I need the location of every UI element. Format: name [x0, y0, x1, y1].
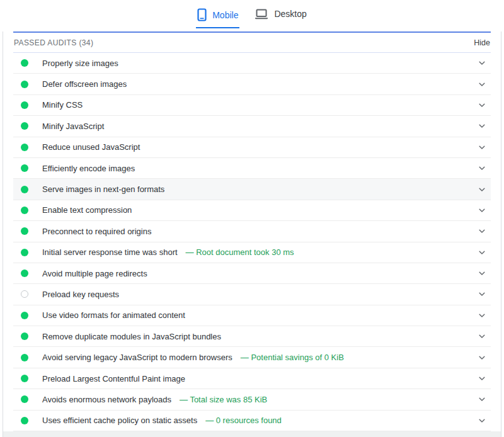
chevron-down-icon[interactable] — [478, 227, 487, 235]
pass-icon — [21, 164, 28, 172]
audit-title: Efficiently encode images — [42, 164, 135, 173]
audit-display-value: — Potential savings of 0 KiB — [241, 353, 344, 362]
device-tabs: Mobile Desktop — [0, 4, 504, 31]
chevron-down-icon[interactable] — [478, 290, 487, 298]
smartphone-icon — [197, 8, 207, 21]
audit-display-value: — Total size was 85 KiB — [180, 395, 267, 404]
audit-title: Serve images in next-gen formats — [42, 184, 164, 194]
chevron-down-icon[interactable] — [478, 249, 487, 256]
audit-row[interactable]: Preconnect to required origins — [13, 221, 491, 242]
audit-list: Properly size imagesDefer offscreen imag… — [13, 53, 491, 431]
pass-icon — [21, 395, 28, 403]
clipped-field-note: Field measurements taken via the Chrome … — [0, 0, 504, 4]
chevron-down-icon[interactable] — [478, 417, 487, 424]
report-panel: PASSED AUDITS (34) Hide Properly size im… — [3, 31, 501, 437]
pass-icon — [21, 59, 28, 67]
audit-row[interactable]: Preload Largest Contentful Paint image — [13, 368, 491, 389]
audit-title: Minify CSS — [42, 100, 83, 110]
audit-title: Preconnect to required origins — [42, 227, 151, 236]
chevron-down-icon[interactable] — [478, 207, 487, 214]
chevron-down-icon[interactable] — [478, 270, 487, 277]
pass-icon — [21, 375, 28, 382]
pass-icon — [21, 122, 28, 130]
audit-row[interactable]: Efficiently encode images — [13, 158, 491, 179]
audit-title: Avoids enormous network payloads — [42, 395, 171, 404]
audit-title: Minify JavaScript — [42, 122, 104, 131]
chevron-down-icon[interactable] — [478, 395, 487, 403]
audit-row[interactable]: Defer offscreen images — [13, 74, 491, 94]
audit-row[interactable]: Preload key requests — [13, 284, 491, 305]
audit-row[interactable]: Remove duplicate modules in JavaScript b… — [13, 326, 491, 347]
audit-title: Reduce unused JavaScript — [42, 142, 140, 152]
chevron-down-icon[interactable] — [478, 375, 487, 382]
chevron-down-icon[interactable] — [478, 122, 487, 130]
audit-title: Properly size images — [42, 59, 118, 68]
hide-button[interactable]: Hide — [474, 38, 490, 47]
pass-icon — [21, 101, 28, 109]
pass-icon — [21, 207, 28, 214]
pass-icon — [21, 332, 28, 340]
pass-icon — [21, 249, 28, 256]
clipped-note-text-after: this page over the last 28-day collectio… — [403, 3, 504, 4]
audit-row[interactable]: Properly size images — [13, 53, 491, 74]
audit-display-value: — Root document took 30 ms — [186, 247, 294, 257]
chevron-down-icon[interactable] — [478, 186, 487, 193]
clipped-note-text: Field measurements taken via the Chrome … — [35, 3, 316, 4]
audit-row[interactable]: Minify CSS — [13, 95, 491, 116]
audit-row[interactable]: Uses efficient cache policy on static as… — [13, 411, 491, 431]
tab-mobile-label: Mobile — [212, 10, 238, 20]
pass-icon — [21, 417, 28, 424]
pass-icon — [21, 270, 28, 277]
chevron-down-icon[interactable] — [478, 164, 487, 172]
audit-title: Uses efficient cache policy on static as… — [42, 416, 197, 425]
passed-audits-header: PASSED AUDITS (34) Hide — [13, 31, 491, 53]
passed-audits-title: PASSED AUDITS (34) — [14, 38, 93, 47]
chevron-down-icon[interactable] — [478, 59, 487, 67]
clipped-note-link[interactable]: how real users experienced — [318, 3, 402, 4]
tab-desktop-label: Desktop — [274, 9, 306, 19]
audit-row[interactable]: Avoid serving legacy JavaScript to moder… — [13, 347, 491, 368]
pass-icon — [21, 144, 28, 151]
audit-row[interactable]: Serve images in next-gen formats — [13, 179, 491, 200]
audit-title: Avoid multiple page redirects — [42, 269, 147, 278]
audit-title: Preload key requests — [42, 290, 119, 299]
chevron-down-icon[interactable] — [478, 354, 487, 361]
laptop-icon — [255, 8, 268, 20]
chevron-down-icon[interactable] — [478, 144, 487, 151]
pass-icon — [21, 81, 28, 88]
audit-display-value: — 0 resources found — [205, 416, 282, 425]
audit-title: Defer offscreen images — [42, 79, 127, 89]
audit-row[interactable]: Reduce unused JavaScript — [13, 137, 491, 158]
audit-row[interactable]: Minify JavaScript — [13, 116, 491, 137]
bottom-strip — [3, 431, 501, 437]
neutral-icon — [21, 290, 28, 298]
chevron-down-icon[interactable] — [478, 101, 487, 109]
chevron-down-icon[interactable] — [478, 81, 487, 88]
chevron-down-icon[interactable] — [478, 312, 487, 319]
audit-row[interactable]: Avoids enormous network payloads— Total … — [13, 389, 491, 410]
audit-title: Initial server response time was short — [42, 247, 178, 257]
tab-mobile[interactable]: Mobile — [196, 6, 239, 28]
audit-row[interactable]: Enable text compression — [13, 200, 491, 221]
audit-title: Avoid serving legacy JavaScript to moder… — [42, 353, 232, 362]
pass-icon — [21, 312, 28, 319]
pass-icon — [21, 354, 28, 361]
audit-row[interactable]: Initial server response time was short— … — [13, 242, 491, 263]
pass-icon — [21, 227, 28, 235]
audit-title: Enable text compression — [42, 205, 132, 215]
chevron-down-icon[interactable] — [478, 332, 487, 340]
audit-row[interactable]: Avoid multiple page redirects — [13, 263, 491, 284]
audit-title: Remove duplicate modules in JavaScript b… — [42, 332, 221, 341]
pass-icon — [21, 186, 28, 193]
audit-title: Preload Largest Contentful Paint image — [42, 374, 185, 383]
tab-desktop[interactable]: Desktop — [253, 6, 307, 26]
audit-title: Use video formats for animated content — [42, 310, 185, 320]
audit-row[interactable]: Use video formats for animated content — [13, 305, 491, 326]
